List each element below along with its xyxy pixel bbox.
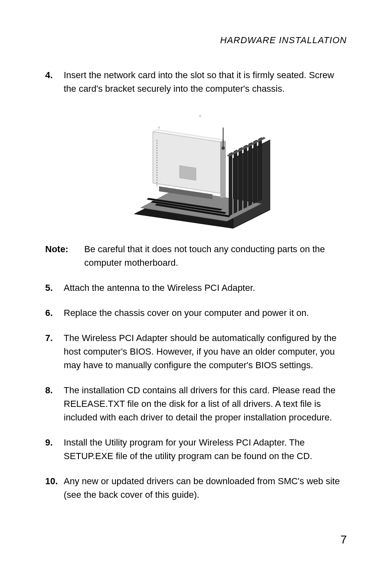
svg-marker-12: [258, 137, 262, 201]
step-number: 9.: [45, 436, 64, 463]
svg-point-23: [199, 115, 201, 117]
step-6: 6. Replace the chassis cover on your com…: [45, 306, 347, 320]
step-number: 6.: [45, 306, 64, 320]
svg-rect-24: [180, 165, 196, 180]
page-number: 7: [340, 533, 347, 546]
step-text: Install the Utility program for your Wir…: [64, 436, 347, 463]
step-number: 10.: [45, 474, 64, 501]
step-number: 8.: [45, 383, 64, 424]
step-9: 9. Install the Utility program for your …: [45, 436, 347, 463]
pci-card-illustration: [45, 107, 347, 232]
note-label: Note:: [45, 242, 84, 269]
page-header: HARDWARE INSTALLATION: [45, 35, 347, 46]
note-text: Be careful that it does not touch any co…: [84, 242, 347, 269]
svg-marker-10: [249, 142, 252, 206]
note-block: Note: Be careful that it does not touch …: [45, 242, 347, 269]
step-text: The installation CD contains all drivers…: [64, 383, 347, 424]
step-text: Any new or updated drivers can be downlo…: [64, 474, 347, 501]
pci-install-diagram-icon: [118, 107, 274, 230]
step-text: Replace the chassis cover on your comput…: [64, 306, 347, 320]
step-5: 5. Attach the antenna to the Wireless PC…: [45, 281, 347, 295]
step-10: 10. Any new or updated drivers can be do…: [45, 474, 347, 501]
svg-marker-14: [153, 132, 221, 193]
svg-marker-8: [239, 147, 242, 211]
step-number: 5.: [45, 281, 64, 295]
svg-marker-9: [244, 145, 247, 209]
step-4: 4. Insert the network card into the slot…: [45, 68, 347, 95]
svg-marker-7: [234, 150, 237, 214]
step-number: 4.: [45, 68, 64, 95]
step-text: Attach the antenna to the Wireless PCI A…: [64, 281, 347, 295]
step-7: 7. The Wireless PCI Adapter should be au…: [45, 331, 347, 372]
step-text: The Wireless PCI Adapter should be autom…: [64, 331, 347, 372]
svg-marker-6: [229, 152, 232, 216]
step-text: Insert the network card into the slot so…: [64, 68, 347, 95]
svg-marker-11: [254, 140, 257, 204]
svg-point-22: [158, 127, 160, 128]
step-8: 8. The installation CD contains all driv…: [45, 383, 347, 424]
step-number: 7.: [45, 331, 64, 372]
